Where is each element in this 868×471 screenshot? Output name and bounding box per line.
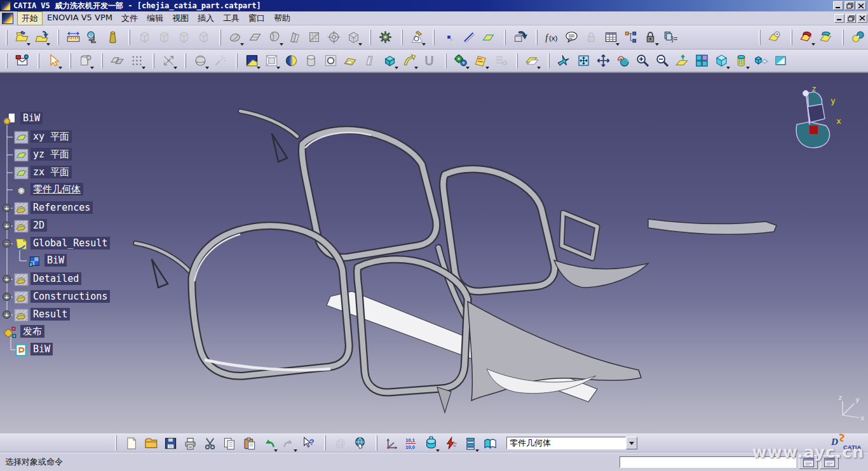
render-style-icon[interactable] — [733, 52, 750, 69]
relations-icon[interactable] — [622, 29, 639, 46]
line-icon[interactable] — [460, 29, 477, 46]
loft-surface-icon[interactable] — [306, 29, 323, 46]
connect-checker-icon[interactable] — [850, 29, 867, 46]
expand-icon[interactable]: + — [3, 293, 11, 301]
expand-icon[interactable]: + — [3, 275, 11, 283]
draft-analysis-icon[interactable] — [766, 29, 783, 46]
menu-item-2[interactable]: ENOVIA V5 VPM — [43, 11, 117, 25]
boundary-icon[interactable] — [325, 29, 342, 46]
tree-item-label[interactable]: References — [31, 201, 93, 214]
point-icon[interactable] — [440, 29, 458, 46]
toolbar-handle[interactable] — [128, 30, 130, 45]
pan-icon[interactable] — [595, 52, 612, 69]
multi-view-icon[interactable] — [693, 52, 710, 69]
toolbar-handle[interactable] — [57, 30, 59, 45]
toolbar-handle[interactable] — [790, 30, 792, 45]
untrim-icon[interactable] — [401, 52, 418, 69]
whats-this-icon[interactable]: ? — [300, 435, 317, 452]
compass[interactable]: z y x — [783, 84, 842, 164]
toolbar-handle[interactable] — [536, 30, 538, 45]
insert-object-icon[interactable] — [77, 52, 94, 69]
menu-item-3[interactable]: 文件 — [117, 11, 142, 25]
minimize-button[interactable] — [834, 14, 844, 23]
knowledge-book-icon[interactable] — [482, 435, 499, 452]
cylinder-icon[interactable] — [302, 52, 320, 69]
tree-item-label[interactable]: Detailed — [31, 272, 81, 285]
tree-item-label[interactable]: 2D — [31, 219, 47, 232]
catia-app-icon[interactable] — [1, 1, 11, 11]
tree-item-label[interactable]: 零件几何体 — [31, 183, 83, 196]
extrude-surface-icon[interactable] — [227, 29, 244, 46]
sweep-surface-icon[interactable] — [286, 29, 303, 46]
trim-surface-icon[interactable] — [345, 29, 362, 46]
minimize-button[interactable] — [833, 1, 843, 10]
extrude-icon[interactable] — [243, 52, 261, 69]
restore-button[interactable] — [846, 14, 856, 23]
menu-item-8[interactable]: 窗口 — [244, 11, 269, 25]
toolbar-handle[interactable] — [236, 53, 238, 69]
tree-item-label[interactable]: 发布 — [20, 325, 44, 338]
snap-icon[interactable]: 10,110,0 — [403, 435, 420, 452]
active-body-combobox[interactable]: 零件几何体 — [506, 437, 637, 449]
combobox-dropdown-icon[interactable] — [626, 437, 637, 449]
send-to-icon[interactable] — [13, 52, 31, 69]
healing-icon[interactable] — [381, 52, 398, 69]
toolbar-handle[interactable] — [6, 30, 8, 45]
cut-icon[interactable] — [201, 435, 219, 452]
restore-button[interactable] — [844, 1, 855, 10]
toolbar-handle[interactable] — [324, 435, 326, 451]
offset-surface-icon[interactable] — [247, 29, 264, 46]
close-surface-icon[interactable] — [263, 52, 280, 69]
toolbar-handle[interactable] — [115, 435, 117, 451]
menu-item-4[interactable]: 编辑 — [142, 11, 168, 25]
toolbar-handle[interactable] — [433, 30, 435, 45]
paste-icon[interactable] — [241, 435, 258, 452]
update-icon[interactable] — [442, 435, 459, 452]
save-icon[interactable] — [162, 435, 179, 452]
toolbar-handle[interactable] — [219, 30, 221, 45]
toolbar-handle[interactable] — [37, 53, 39, 69]
menu-item-6[interactable]: 插入 — [193, 11, 219, 25]
menu-item-1[interactable]: 开始 — [17, 11, 43, 25]
part-body-icon[interactable] — [423, 435, 440, 452]
tree-item-label[interactable]: BiW — [31, 343, 53, 355]
tree-item-label[interactable]: BiW — [44, 254, 67, 267]
toolbar-handle[interactable] — [69, 53, 71, 69]
menu-item-5[interactable]: 视图 — [168, 11, 193, 25]
tree-item-label[interactable]: BiW — [20, 112, 43, 124]
close-button[interactable] — [857, 14, 867, 23]
sketcher-icon[interactable] — [409, 29, 426, 46]
expand-icon[interactable]: + — [3, 204, 11, 212]
toolbar-handle[interactable] — [759, 30, 761, 45]
zoom-out-icon[interactable] — [654, 52, 671, 69]
close-button[interactable] — [856, 1, 866, 10]
axis-system-icon[interactable] — [383, 435, 400, 452]
extract-icon[interactable] — [524, 52, 541, 69]
design-table-icon[interactable] — [602, 29, 620, 46]
web-browser-icon[interactable] — [351, 435, 369, 452]
measure-item-icon[interactable] — [85, 29, 102, 46]
tree-item-label[interactable]: yz 平面 — [31, 148, 72, 161]
combobox-value[interactable]: 零件几何体 — [506, 437, 626, 449]
grid-icon[interactable] — [128, 52, 146, 69]
formula-icon[interactable]: f(x) — [543, 29, 560, 46]
toolbar-handle[interactable] — [504, 30, 506, 45]
rotate-icon[interactable] — [614, 52, 632, 69]
expand-icon[interactable]: + — [3, 310, 11, 319]
toolbar-handle[interactable] — [184, 53, 186, 69]
undo-icon[interactable] — [261, 435, 278, 452]
toolbar-handle[interactable] — [548, 53, 550, 69]
power-copy-icon[interactable] — [452, 52, 470, 69]
planes-icon[interactable] — [109, 52, 126, 69]
tree-item-label[interactable]: xy 平面 — [31, 130, 72, 143]
menu-item-9[interactable]: 帮助 — [269, 11, 295, 25]
tree-item-label[interactable]: Global_Result — [31, 237, 110, 249]
toolbar-handle[interactable] — [445, 53, 447, 69]
collapse-icon[interactable]: - — [3, 239, 11, 248]
dialog-toggle-button-2[interactable] — [820, 455, 839, 469]
toolbar-handle[interactable] — [842, 30, 844, 45]
split-icon[interactable] — [283, 52, 300, 69]
boundary-curve-icon[interactable] — [421, 52, 438, 69]
hide-show-icon[interactable] — [752, 52, 770, 69]
lock-parameters-icon[interactable] — [642, 29, 659, 46]
